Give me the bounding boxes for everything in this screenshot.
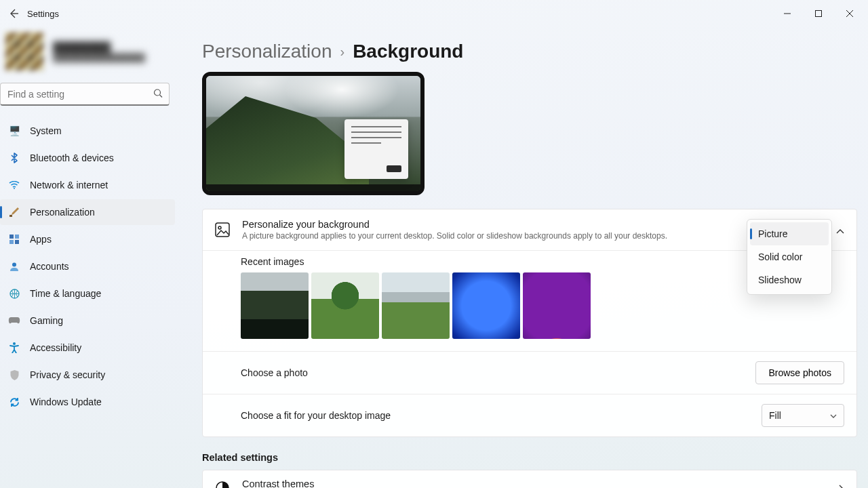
sidebar-item-label: Gaming: [30, 315, 63, 326]
update-icon: [8, 396, 20, 408]
svg-point-4: [14, 188, 15, 189]
dropdown-option-slideshow[interactable]: Slideshow: [750, 268, 829, 291]
profile-email: ████████████████: [53, 53, 145, 62]
sidebar-item-label: Bluetooth & devices: [30, 152, 114, 163]
close-button[interactable]: [834, 3, 865, 24]
accessibility-icon: [8, 342, 20, 354]
dropdown-option-picture[interactable]: Picture: [750, 222, 829, 245]
preview-window-mock: [344, 119, 408, 179]
display-icon: 🖥️: [8, 125, 20, 137]
svg-point-2: [155, 89, 161, 96]
bluetooth-icon: [8, 152, 20, 164]
sidebar-item-network[interactable]: Network & internet: [0, 172, 175, 198]
sidebar-item-label: Time & language: [30, 288, 101, 299]
content: Personalization › Background Personalize…: [175, 27, 868, 488]
back-icon[interactable]: [5, 5, 22, 22]
sidebar-item-update[interactable]: Windows Update: [0, 389, 175, 415]
search-input[interactable]: [0, 83, 170, 106]
recent-image-thumb[interactable]: [311, 272, 379, 339]
search-icon: [153, 89, 163, 100]
sidebar-item-apps[interactable]: Apps: [0, 226, 175, 252]
picture-icon: [215, 222, 230, 237]
sidebar-item-label: Privacy & security: [30, 369, 105, 380]
recent-image-thumb[interactable]: [452, 272, 520, 339]
related-settings-heading: Related settings: [202, 452, 857, 463]
titlebar: Settings: [0, 0, 868, 27]
svg-rect-7: [15, 235, 19, 239]
breadcrumb: Personalization › Background: [202, 41, 857, 62]
chevron-down-icon: [830, 410, 837, 421]
svg-point-14: [218, 226, 221, 229]
choose-photo-label: Choose a photo: [241, 367, 308, 378]
contrast-icon: [215, 481, 230, 488]
sidebar-item-personalization[interactable]: Personalization: [0, 199, 175, 225]
minimize-button[interactable]: [772, 3, 803, 24]
personalize-title: Personalize your background: [242, 219, 667, 230]
person-icon: [8, 260, 20, 272]
contrast-themes-link[interactable]: Contrast themes Color themes for low vis…: [202, 470, 857, 488]
chevron-right-icon: ›: [340, 44, 344, 60]
profile-name: ████████: [53, 41, 145, 53]
gamepad-icon: [8, 314, 20, 327]
window-controls: [772, 3, 865, 24]
svg-point-12: [13, 342, 16, 345]
sidebar-item-time[interactable]: Time & language: [0, 281, 175, 306]
svg-rect-1: [816, 11, 822, 17]
globe-clock-icon: [8, 287, 20, 300]
sidebar-item-accessibility[interactable]: Accessibility: [0, 335, 175, 361]
avatar: [5, 33, 43, 70]
paintbrush-icon: [8, 206, 20, 218]
svg-rect-8: [9, 240, 14, 244]
maximize-button[interactable]: [803, 3, 834, 24]
sidebar-item-label: System: [30, 125, 62, 136]
sidebar-item-gaming[interactable]: Gaming: [0, 308, 175, 333]
fit-value: Fill: [769, 410, 781, 421]
svg-rect-5: [9, 215, 12, 217]
dropdown-option-solid[interactable]: Solid color: [750, 245, 829, 268]
personalize-panel: Personalize your background A picture ba…: [202, 209, 857, 437]
apps-icon: [8, 233, 20, 245]
sidebar-item-label: Apps: [30, 234, 52, 245]
sidebar-item-bluetooth[interactable]: Bluetooth & devices: [0, 145, 175, 171]
breadcrumb-parent[interactable]: Personalization: [202, 41, 332, 62]
contrast-title: Contrast themes: [242, 479, 397, 488]
sidebar-item-privacy[interactable]: Privacy & security: [0, 362, 175, 388]
svg-rect-6: [9, 235, 14, 239]
wifi-icon: [8, 179, 20, 191]
sidebar-item-label: Personalization: [30, 207, 95, 218]
desktop-preview: [202, 72, 425, 195]
sidebar-item-label: Windows Update: [30, 396, 102, 407]
sidebar-item-label: Accessibility: [30, 342, 81, 353]
chevron-right-icon: [839, 483, 844, 488]
svg-rect-9: [15, 240, 19, 244]
personalize-subtitle: A picture background applies to your cur…: [242, 231, 667, 241]
page-title: Background: [353, 41, 463, 62]
profile-block[interactable]: ████████ ████████████████: [0, 31, 175, 83]
sidebar-item-label: Network & internet: [30, 180, 108, 190]
recent-image-thumb[interactable]: [382, 272, 450, 339]
browse-photos-button[interactable]: Browse photos: [755, 361, 844, 384]
background-type-dropdown[interactable]: Picture Solid color Slideshow: [747, 219, 832, 295]
recent-image-thumb[interactable]: [523, 272, 591, 339]
recent-image-thumb[interactable]: [241, 272, 309, 339]
choose-fit-label: Choose a fit for your desktop image: [241, 410, 391, 421]
app-title: Settings: [27, 9, 59, 19]
fit-combobox[interactable]: Fill: [762, 404, 844, 427]
svg-line-3: [160, 95, 163, 98]
svg-point-10: [12, 263, 16, 267]
sidebar-item-accounts[interactable]: Accounts: [0, 253, 175, 279]
sidebar-item-label: Accounts: [30, 261, 69, 272]
sidebar: ████████ ████████████████ 🖥️System Bluet…: [0, 27, 175, 488]
sidebar-item-system[interactable]: 🖥️System: [0, 118, 175, 144]
chevron-up-icon[interactable]: [836, 224, 844, 237]
shield-icon: [8, 369, 20, 381]
